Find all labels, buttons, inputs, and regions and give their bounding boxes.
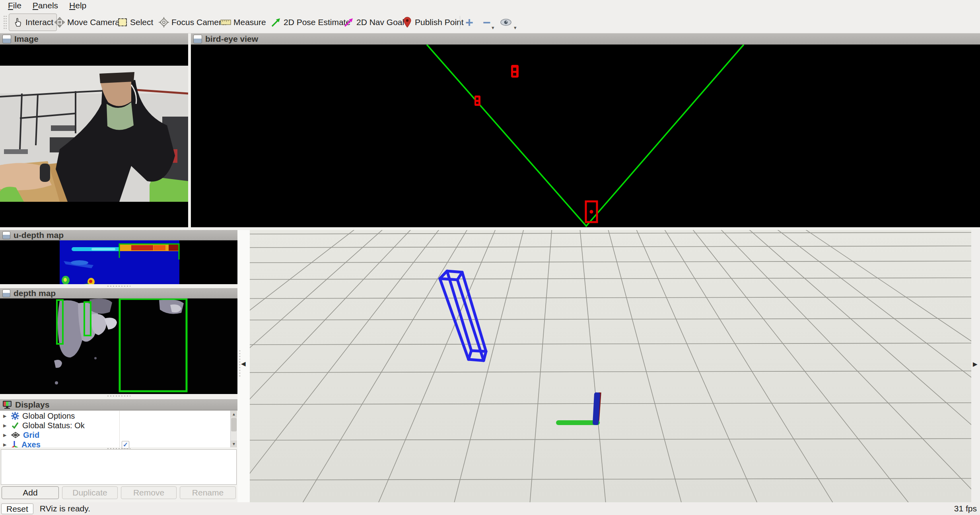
image-panel: Image x <box>0 33 188 227</box>
depth-panel-title: depth map <box>14 289 56 298</box>
ruler-icon <box>220 17 231 28</box>
wireframe-box <box>440 271 486 361</box>
detection-box <box>474 96 480 106</box>
tree-row-grid[interactable]: ▶ Grid <box>0 430 231 440</box>
gear-icon <box>11 412 19 420</box>
map-pin-icon <box>402 17 412 28</box>
depth-panel: depth map x <box>0 288 237 394</box>
remove-button[interactable]: Remove <box>121 486 177 499</box>
tool-2d-nav-goal[interactable]: 2D Nav Goal <box>340 14 407 31</box>
scroll-up-icon[interactable]: ▲ <box>231 411 237 417</box>
axes-checkbox[interactable]: ✓ <box>122 441 129 449</box>
scrollbar-thumb[interactable] <box>231 418 237 431</box>
udepth-panel: u-depth map x <box>0 230 237 284</box>
ground-grid <box>250 230 971 502</box>
collapse-left-icon[interactable]: ◀ <box>241 360 246 367</box>
tree-row-global-options[interactable]: ▶ Global Options <box>0 411 231 421</box>
letterbox-top <box>0 45 188 66</box>
image-panel-title: Image <box>14 34 39 44</box>
depth-panel-header[interactable]: depth map <box>0 288 237 298</box>
magenta-arrow-icon <box>343 17 354 28</box>
image-panel-header[interactable]: Image <box>0 33 188 45</box>
zoom-dropdown-arrow[interactable]: ▾ <box>492 25 494 31</box>
reset-button[interactable]: Reset <box>1 503 33 514</box>
menu-help[interactable]: Help <box>64 0 92 11</box>
right-edge-strip: ▶ <box>971 230 980 502</box>
selection-box-icon <box>117 17 128 28</box>
visibility-eye-icon[interactable] <box>498 14 514 30</box>
udepth-panel-title: u-depth map <box>14 230 64 240</box>
displays-panel-title: Displays <box>15 400 49 410</box>
axes-icon <box>11 441 18 447</box>
tool-move-camera[interactable]: Move Camera <box>51 14 123 31</box>
tool-measure[interactable]: Measure <box>217 14 269 31</box>
menu-bar: File Panels Help <box>0 0 980 11</box>
fps-counter: 31 fps <box>954 504 977 513</box>
birdeye-panel: bird-eye view x <box>191 33 980 227</box>
property-area <box>1 449 237 485</box>
axes-marker <box>556 392 601 425</box>
camera-image <box>0 66 188 202</box>
rename-button[interactable]: Rename <box>180 486 236 499</box>
status-check-icon <box>11 421 19 429</box>
birdeye-panel-header[interactable]: bird-eye view <box>191 33 980 45</box>
detection-box <box>511 65 519 78</box>
udepth-panel-header[interactable]: u-depth map <box>0 230 237 240</box>
status-message: RViz is ready. <box>40 504 90 513</box>
udepth-canvas <box>0 240 237 284</box>
displays-panel-header[interactable]: Displays <box>0 399 237 410</box>
expand-arrow-icon[interactable]: ▶ <box>3 442 8 447</box>
menu-file[interactable]: File <box>2 0 27 11</box>
scroll-down-icon[interactable]: ▼ <box>231 441 237 447</box>
green-arrow-icon <box>270 17 281 28</box>
grid-icon <box>11 432 20 438</box>
birdeye-panel-title: bird-eye view <box>205 34 258 44</box>
splitter-grip[interactable] <box>107 395 130 397</box>
udepth-panel-icon <box>2 231 10 239</box>
tool-select[interactable]: Select <box>114 14 156 31</box>
expand-arrow-icon[interactable]: ▶ <box>3 433 8 438</box>
tree-row-axes[interactable]: ▶ Axes <box>0 440 231 447</box>
3d-viewport[interactable] <box>250 230 971 502</box>
expand-right-icon[interactable]: ▶ <box>973 361 978 368</box>
vertical-splitter[interactable]: ◀ <box>237 230 250 502</box>
image-panel-icon <box>2 35 11 43</box>
expand-arrow-icon[interactable]: ▶ <box>3 414 8 419</box>
tree-row-global-status[interactable]: ▶ Global Status: Ok <box>0 421 231 430</box>
letterbox-bottom <box>0 202 188 227</box>
zoom-in-icon[interactable]: + <box>461 14 477 30</box>
crosshair-icon <box>158 17 169 28</box>
displays-panel: Displays x <box>0 399 237 410</box>
toolbar: Interact Move Camera Select Focus Camera… <box>0 11 980 33</box>
tool-publish-point[interactable]: Publish Point <box>399 14 467 31</box>
depth-panel-icon <box>2 289 10 297</box>
tool-interact[interactable]: Interact <box>9 14 57 31</box>
displays-buttons: Add Duplicate Remove Rename <box>0 486 237 499</box>
splitter-grip[interactable] <box>107 285 130 287</box>
hand-cursor-icon <box>12 17 23 28</box>
duplicate-button[interactable]: Duplicate <box>62 486 118 499</box>
birdeye-panel-icon <box>193 35 202 43</box>
status-bar: Reset RViz is ready. 31 fps <box>0 502 980 515</box>
tree-scrollbar[interactable]: ▲ ▼ <box>230 411 237 447</box>
menu-panels[interactable]: Panels <box>27 0 64 11</box>
displays-panel-icon <box>2 400 12 409</box>
depth-canvas <box>0 298 237 394</box>
toolbar-separator <box>460 16 460 29</box>
add-button[interactable]: Add <box>2 486 59 499</box>
displays-tree: ▶ Global Options ▶ Global Status: Ok ▶ G… <box>0 410 237 447</box>
birdeye-canvas[interactable] <box>191 45 980 227</box>
move-arrows-icon <box>54 17 65 28</box>
eye-dropdown-arrow[interactable]: ▾ <box>514 25 517 31</box>
splitter-grip[interactable] <box>239 349 241 377</box>
toolbar-drag-handle[interactable] <box>3 15 7 30</box>
expand-arrow-icon[interactable]: ▶ <box>3 423 8 428</box>
